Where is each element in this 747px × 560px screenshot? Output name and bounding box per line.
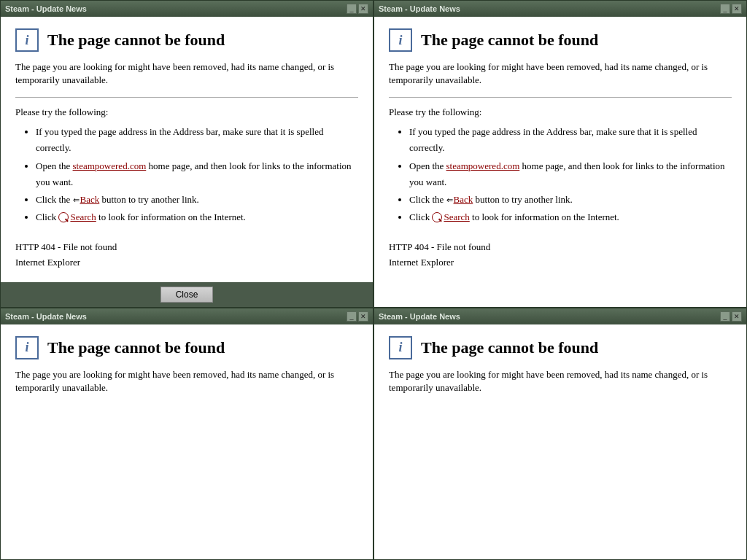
error-code-1: HTTP 404 - File not found Internet Explo… <box>15 240 358 271</box>
http-code-2: HTTP 404 - File not found <box>389 240 732 255</box>
close-button-1[interactable]: ✕ <box>358 4 368 14</box>
search-link-2[interactable]: Search <box>444 211 469 222</box>
window-content-3: i The page cannot be found The page you … <box>1 324 373 559</box>
error-title-2: The page cannot be found <box>421 31 598 50</box>
window-1: Steam - Update News _ ✕ i The page canno… <box>0 0 374 308</box>
steampowered-link-2[interactable]: steampowered.com <box>446 160 520 171</box>
error-header-2: i The page cannot be found <box>389 28 732 52</box>
bullet-list-1: If you typed the page address in the Add… <box>15 124 358 225</box>
list-text-before-1-3: Click the <box>36 194 73 205</box>
close-button-3[interactable]: ✕ <box>358 311 368 322</box>
error-header-4: i The page cannot be found <box>389 336 732 359</box>
window-title-4: Steam - Update News <box>379 312 460 321</box>
back-icon-2: ⇐ <box>446 193 453 207</box>
error-header-3: i The page cannot be found <box>15 336 358 359</box>
close-button-2[interactable]: ✕ <box>732 4 742 14</box>
error-header-1: i The page cannot be found <box>15 28 358 52</box>
list-text-after-2-3: button to try another link. <box>473 194 572 205</box>
list-text-after-2-4: to look for information on the Internet. <box>470 211 619 222</box>
titlebar-4: Steam - Update News _ ✕ <box>374 308 746 324</box>
window-controls-2: _ ✕ <box>720 4 742 14</box>
list-text-before-2-3: Click the <box>409 194 446 205</box>
window-content-4: i The page cannot be found The page you … <box>374 324 746 559</box>
list-text-1-1: If you typed the page address in the Add… <box>36 126 323 153</box>
minimize-button-4[interactable]: _ <box>720 311 730 322</box>
window-title-3: Steam - Update News <box>5 312 87 321</box>
body-text-3: The page you are looking for might have … <box>15 368 358 394</box>
window-content-1: i The page cannot be found The page you … <box>1 17 373 282</box>
minimize-button-2[interactable]: _ <box>720 4 730 14</box>
browser-name-1: Internet Explorer <box>15 255 358 271</box>
list-item-2-1: If you typed the page address in the Add… <box>409 124 732 156</box>
window-content-2: i The page cannot be found The page you … <box>374 17 746 307</box>
window-2: Steam - Update News _ ✕ i The page canno… <box>374 0 747 308</box>
back-link-2[interactable]: Back <box>454 194 473 205</box>
error-code-2: HTTP 404 - File not found Internet Explo… <box>389 240 732 271</box>
window-4: Steam - Update News _ ✕ i The page canno… <box>374 308 747 560</box>
list-text-before-1-4: Click <box>36 211 58 222</box>
search-icon-2 <box>432 212 442 222</box>
window-title-2: Steam - Update News <box>379 4 460 13</box>
window-controls-3: _ ✕ <box>347 311 368 322</box>
list-item-2-2: Open the steampowered.com home page, and… <box>409 158 732 190</box>
window-title-1: Steam - Update News <box>5 4 87 13</box>
list-text-2-1: If you typed the page address in the Add… <box>409 126 697 153</box>
minimize-button-1[interactable]: _ <box>347 4 357 14</box>
error-title-1: The page cannot be found <box>47 31 225 50</box>
steampowered-link-1[interactable]: steampowered.com <box>73 160 147 171</box>
search-icon-1 <box>58 212 69 222</box>
try-text-2: Please try the following: <box>389 106 732 118</box>
http-code-1: HTTP 404 - File not found <box>15 240 358 255</box>
list-text-after-1-4: to look for information on the Internet. <box>96 211 246 222</box>
back-link-1[interactable]: Back <box>80 194 100 205</box>
info-icon-2: i <box>389 28 412 52</box>
info-icon-1: i <box>15 28 39 52</box>
list-item-1-1: If you typed the page address in the Add… <box>36 124 358 156</box>
list-text-before-1-2: Open the <box>36 160 73 171</box>
list-item-1-3: Click the ⇐Back button to try another li… <box>36 192 358 208</box>
titlebar-2: Steam - Update News _ ✕ <box>374 1 746 17</box>
window-3: Steam - Update News _ ✕ i The page canno… <box>0 308 374 560</box>
list-text-before-2-4: Click <box>409 211 432 222</box>
close-button-4[interactable]: ✕ <box>732 311 742 322</box>
body-text-2: The page you are looking for might have … <box>389 61 732 87</box>
list-item-2-4: Click Search to look for information on … <box>409 209 732 225</box>
info-icon-4: i <box>389 336 412 359</box>
list-item-1-4: Click Search to look for information on … <box>36 209 358 225</box>
window-footer-1: Close <box>1 282 373 307</box>
titlebar-3: Steam - Update News _ ✕ <box>1 308 373 324</box>
try-text-1: Please try the following: <box>15 106 358 118</box>
error-title-3: The page cannot be found <box>47 338 225 357</box>
error-title-4: The page cannot be found <box>421 338 598 357</box>
browser-name-2: Internet Explorer <box>389 255 732 271</box>
back-icon-1: ⇐ <box>73 193 80 207</box>
bullet-list-2: If you typed the page address in the Add… <box>389 124 732 225</box>
titlebar-1: Steam - Update News _ ✕ <box>1 1 373 17</box>
body-text-1: The page you are looking for might have … <box>15 61 358 87</box>
search-link-1[interactable]: Search <box>70 211 96 222</box>
list-item-2-3: Click the ⇐Back button to try another li… <box>409 192 732 208</box>
minimize-button-3[interactable]: _ <box>347 311 357 322</box>
body-text-4: The page you are looking for might have … <box>389 368 732 394</box>
list-text-before-2-2: Open the <box>409 160 446 171</box>
info-icon-3: i <box>15 336 39 359</box>
list-item-1-2: Open the steampowered.com home page, and… <box>36 158 358 190</box>
close-footer-button-1[interactable]: Close <box>160 287 214 303</box>
window-controls-4: _ ✕ <box>720 311 742 322</box>
list-text-after-1-3: button to try another link. <box>99 194 198 205</box>
divider-1 <box>15 97 358 98</box>
window-controls-1: _ ✕ <box>347 4 368 14</box>
divider-2 <box>389 97 732 98</box>
